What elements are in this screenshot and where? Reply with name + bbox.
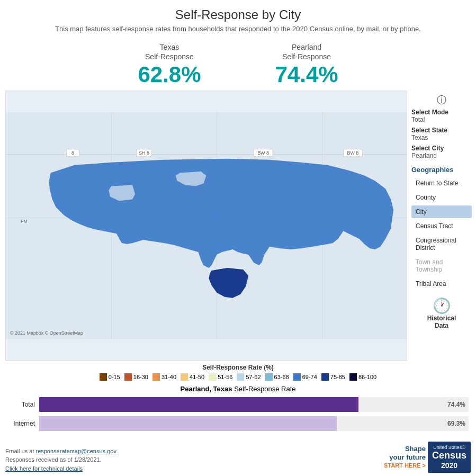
- legend-swatch-16-30: [124, 373, 132, 381]
- legend-label-0-15: 0-15: [109, 374, 120, 380]
- legend-63-68: 63-68: [265, 373, 289, 381]
- legend-swatch-69-74: [293, 373, 301, 381]
- historical-data-label: HistoricalData: [411, 315, 472, 329]
- census-logo-census: Census: [432, 450, 466, 461]
- bar-fill-internet: [39, 416, 337, 431]
- footer-responses-text: Responses received as of 1/28/2021.: [5, 456, 102, 463]
- select-state-value: Texas: [411, 134, 472, 141]
- legend-label-51-56: 51-56: [218, 374, 232, 380]
- legend-label-16-30: 16-30: [133, 374, 148, 380]
- geo-return-to-state[interactable]: Return to State: [411, 177, 472, 190]
- sidebar: ⓘ Select Mode Total Select State Texas S…: [407, 91, 476, 361]
- bar-track-total: 74.4%: [39, 397, 469, 412]
- select-city-label: Select City: [411, 145, 472, 152]
- select-city-section[interactable]: Select City Pearland: [411, 145, 472, 159]
- legend-area: Self-Response Rate (%) 0-15 16-30 31-40 …: [0, 361, 476, 383]
- bar-row-internet: Internet 69.3%: [7, 416, 469, 431]
- geo-town-township: Town and Township: [411, 256, 472, 276]
- select-mode-section[interactable]: Select Mode Total: [411, 109, 472, 123]
- map-copyright: © 2021 Mapbox © OpenStreetMap: [10, 330, 83, 336]
- svg-text:8: 8: [71, 150, 74, 155]
- select-mode-value: Total: [411, 116, 472, 123]
- geographies-title: Geographies: [411, 166, 472, 174]
- texas-stat: TexasSelf-Response 62.8%: [138, 42, 201, 87]
- legend-swatch-0-15: [100, 373, 107, 381]
- select-state-section[interactable]: Select State Texas: [411, 127, 472, 141]
- pearland-stat: PearlandSelf-Response 74.4%: [275, 42, 338, 87]
- page-title: Self-Response by City: [11, 7, 465, 22]
- clock-icon: 🕐: [411, 297, 472, 315]
- geo-tribal-area[interactable]: Tribal Area: [411, 277, 472, 290]
- legend-51-56: 51-56: [209, 373, 232, 381]
- legend-swatch-57-62: [237, 373, 244, 381]
- select-state-label: Select State: [411, 127, 472, 134]
- svg-text:SH 8: SH 8: [139, 150, 149, 155]
- footer-left: Email us at responseratemap@census.gov R…: [5, 447, 116, 473]
- legend-label-57-62: 57-62: [246, 374, 261, 380]
- page-subtitle: This map features self-response rates fr…: [11, 24, 465, 34]
- start-here-text: START HERE >: [384, 462, 426, 469]
- shape-future-text: Shapeyour futureSTART HERE >: [384, 445, 426, 470]
- footer-technical-link[interactable]: Click here for technical details: [5, 465, 83, 472]
- geo-city[interactable]: City: [411, 205, 472, 218]
- legend-75-85: 75-85: [321, 373, 345, 381]
- bar-row-total: Total 74.4%: [7, 397, 469, 412]
- pearland-stat-label: PearlandSelf-Response: [275, 42, 338, 61]
- legend-swatch-41-50: [181, 373, 188, 381]
- geo-congressional-district[interactable]: Congressional District: [411, 234, 472, 254]
- legend-swatch-31-40: [152, 373, 160, 381]
- map-container[interactable]: 8 SH 8 BW 8 BW 8 FM © 2021 Mapbox © Open…: [5, 91, 407, 361]
- legend-swatch-63-68: [265, 373, 273, 381]
- bar-value-total: 74.4%: [447, 401, 465, 408]
- historical-data-button[interactable]: 🕐 HistoricalData: [411, 297, 472, 329]
- legend-items: 0-15 16-30 31-40 41-50 51-56 57-62: [5, 373, 471, 381]
- bar-chart-title: Pearland, Texas Self-Response Rate: [7, 385, 469, 393]
- select-mode-label: Select Mode: [411, 109, 472, 116]
- svg-text:BW 8: BW 8: [347, 150, 358, 155]
- legend-57-62: 57-62: [237, 373, 261, 381]
- legend-swatch-51-56: [209, 373, 216, 381]
- bar-chart-title-bold: Pearland, Texas: [180, 385, 232, 393]
- bar-label-internet: Internet: [7, 420, 39, 427]
- texas-stat-value: 62.8%: [138, 62, 201, 87]
- legend-41-50: 41-50: [181, 373, 204, 381]
- legend-0-15: 0-15: [100, 373, 120, 381]
- legend-label-31-40: 31-40: [161, 374, 176, 380]
- census-logo-year: 2020: [432, 461, 466, 470]
- footer: Email us at responseratemap@census.gov R…: [0, 439, 476, 476]
- legend-label-86-100: 86-100: [358, 374, 376, 380]
- legend-label-63-68: 63-68: [274, 374, 289, 380]
- bar-value-internet: 69.3%: [447, 420, 465, 427]
- texas-stat-label: TexasSelf-Response: [138, 42, 201, 61]
- bar-chart-area: Pearland, Texas Self-Response Rate Total…: [0, 383, 476, 439]
- census-logo-united-states: United States®: [432, 445, 466, 450]
- footer-email-text: Email us at: [5, 448, 35, 454]
- select-city-value: Pearland: [411, 152, 472, 159]
- bar-fill-total: [39, 397, 358, 412]
- pearland-stat-value: 74.4%: [275, 62, 338, 87]
- legend-16-30: 16-30: [124, 373, 148, 381]
- census-logo: United States® Census 2020: [428, 442, 471, 473]
- bar-chart-title-normal: Self-Response Rate: [234, 385, 295, 393]
- bar-label-total: Total: [7, 401, 39, 408]
- legend-swatch-75-85: [321, 373, 329, 381]
- legend-title: Self-Response Rate (%): [5, 364, 471, 371]
- bar-track-internet: 69.3%: [39, 416, 469, 431]
- footer-email-link[interactable]: responseratemap@census.gov: [35, 448, 116, 454]
- legend-label-69-74: 69-74: [302, 374, 317, 380]
- info-icon[interactable]: ⓘ: [411, 94, 472, 106]
- legend-31-40: 31-40: [152, 373, 176, 381]
- legend-swatch-86-100: [349, 373, 357, 381]
- legend-86-100: 86-100: [349, 373, 376, 381]
- legend-label-75-85: 75-85: [330, 374, 345, 380]
- geo-county[interactable]: County: [411, 191, 472, 204]
- geo-census-tract[interactable]: Census Tract: [411, 220, 472, 232]
- svg-text:BW 8: BW 8: [257, 150, 269, 155]
- svg-text:FM: FM: [21, 219, 28, 224]
- legend-label-41-50: 41-50: [190, 374, 204, 380]
- legend-69-74: 69-74: [293, 373, 317, 381]
- footer-right: Shapeyour futureSTART HERE > United Stat…: [384, 442, 471, 473]
